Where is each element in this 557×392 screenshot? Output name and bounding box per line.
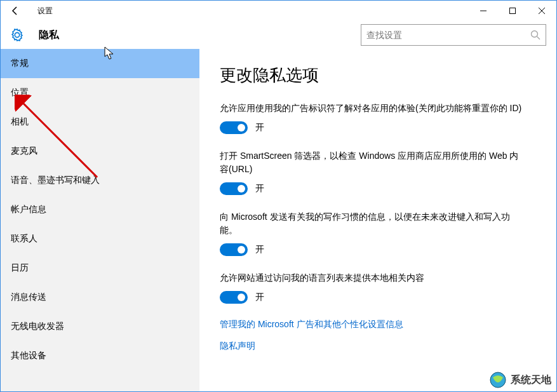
sidebar-item-label: 联系人 (11, 233, 37, 245)
header: 隐私 (1, 21, 556, 49)
sidebar-item-calendar[interactable]: 日历 (1, 253, 199, 283)
setting-language-list: 允许网站通过访问我的语言列表来提供本地相关内容 开 (220, 271, 536, 304)
sidebar-item-label: 消息传送 (11, 292, 46, 303)
title-bar: 设置 (1, 1, 556, 21)
sidebar-item-contacts[interactable]: 联系人 (1, 224, 199, 253)
page-title: 隐私 (39, 29, 59, 42)
sidebar-item-general[interactable]: 常规 (1, 49, 199, 78)
sidebar-item-label: 常规 (11, 58, 29, 69)
setting-description: 打开 SmartScreen 筛选器，以检查 Windows 应用商店应用所使用… (220, 149, 525, 176)
sidebar-item-radios[interactable]: 无线电收发器 (1, 312, 199, 341)
toggle-advertising-id[interactable] (220, 121, 248, 134)
watermark: 系统天地 (489, 371, 551, 389)
sidebar-item-label: 其他设备 (11, 350, 46, 362)
globe-icon (489, 371, 507, 389)
search-input[interactable] (366, 30, 530, 40)
svg-line-5 (537, 37, 540, 40)
sidebar-item-label: 相机 (11, 116, 29, 128)
toggle-state-label: 开 (255, 292, 264, 303)
sidebar-item-messaging[interactable]: 消息传送 (1, 283, 199, 312)
svg-point-4 (532, 31, 538, 37)
setting-description: 允许网站通过访问我的语言列表来提供本地相关内容 (220, 271, 525, 285)
sidebar-item-other-devices[interactable]: 其他设备 (1, 341, 199, 370)
watermark-text: 系统天地 (511, 374, 551, 387)
sidebar: 常规 位置 相机 麦克风 语音、墨迹书写和键入 帐户信息 联系人 日历 消息传送… (1, 49, 199, 391)
sidebar-item-label: 日历 (11, 262, 29, 274)
toggle-state-label: 开 (255, 122, 264, 133)
sidebar-item-label: 麦克风 (11, 145, 37, 157)
gear-icon (8, 26, 26, 44)
sidebar-item-microphone[interactable]: 麦克风 (1, 137, 199, 166)
sidebar-item-speech-inking[interactable]: 语音、墨迹书写和键入 (1, 166, 199, 195)
toggle-state-label: 开 (255, 183, 264, 194)
window-title: 设置 (30, 6, 53, 17)
sidebar-item-label: 帐户信息 (11, 204, 46, 215)
sidebar-item-label: 语音、墨迹书写和键入 (11, 175, 100, 186)
link-privacy-statement[interactable]: 隐私声明 (220, 341, 536, 352)
svg-rect-1 (510, 8, 516, 14)
sidebar-item-label: 位置 (11, 87, 29, 98)
minimize-button[interactable] (469, 1, 498, 21)
search-box[interactable] (361, 24, 546, 46)
toggle-smartscreen[interactable] (220, 182, 248, 195)
setting-smartscreen: 打开 SmartScreen 筛选器，以检查 Windows 应用商店应用所使用… (220, 149, 536, 195)
search-icon (530, 30, 540, 40)
setting-description: 向 Microsoft 发送有关我的写作习惯的信息，以便在未来改进键入和写入功能… (220, 210, 525, 237)
sidebar-item-label: 无线电收发器 (11, 321, 64, 332)
close-button[interactable] (527, 1, 556, 21)
setting-typing-info: 向 Microsoft 发送有关我的写作习惯的信息，以便在未来改进键入和写入功能… (220, 210, 536, 256)
toggle-typing-info[interactable] (220, 243, 248, 256)
sidebar-item-account-info[interactable]: 帐户信息 (1, 195, 199, 224)
toggle-language-list[interactable] (220, 291, 248, 304)
content-area: 更改隐私选项 允许应用使用我的广告标识符了解对各应用的体验(关闭此功能将重置你的… (199, 49, 556, 391)
sidebar-item-location[interactable]: 位置 (1, 78, 199, 107)
setting-advertising-id: 允许应用使用我的广告标识符了解对各应用的体验(关闭此功能将重置你的 ID) 开 (220, 102, 536, 134)
toggle-state-label: 开 (255, 244, 264, 255)
maximize-button[interactable] (498, 1, 527, 21)
content-heading: 更改隐私选项 (220, 64, 536, 86)
back-button[interactable] (1, 1, 30, 21)
link-manage-ads[interactable]: 管理我的 Microsoft 广告和其他个性化设置信息 (220, 319, 536, 330)
sidebar-item-camera[interactable]: 相机 (1, 107, 199, 137)
setting-description: 允许应用使用我的广告标识符了解对各应用的体验(关闭此功能将重置你的 ID) (220, 102, 525, 115)
